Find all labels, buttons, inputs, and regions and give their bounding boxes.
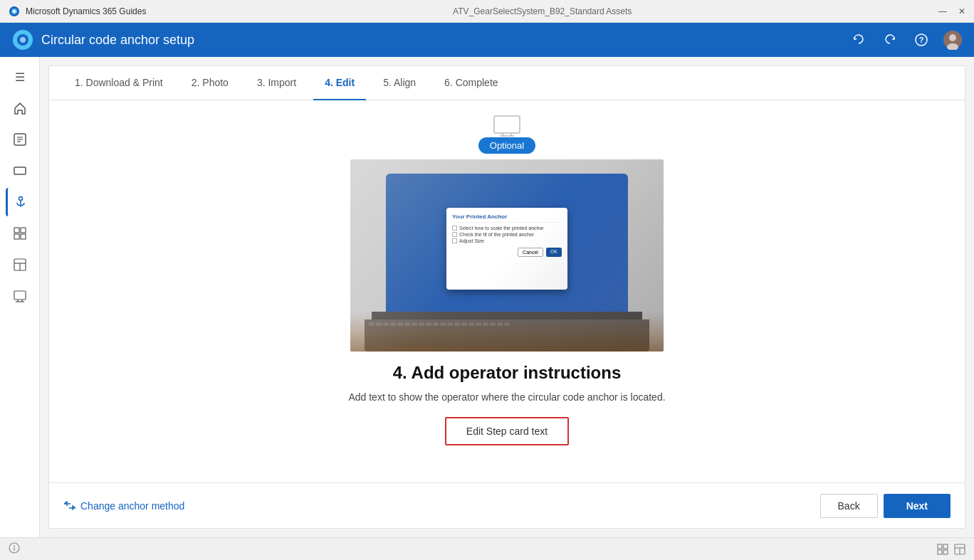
window-title: ATV_GearSelectSystem_B92_Standard Assets: [453, 6, 632, 16]
app-header-right[interactable]: ?: [849, 30, 963, 50]
app-header-left: Circular code anchor setup: [11, 28, 194, 51]
monitor-icon-area: Optional: [478, 115, 535, 157]
sidebar-item-panel[interactable]: [6, 250, 34, 279]
footer-nav: Back Next: [820, 494, 951, 518]
sidebar-item-grid[interactable]: [6, 219, 34, 248]
svg-rect-29: [494, 116, 520, 133]
title-bar-controls[interactable]: — ✕: [938, 6, 965, 16]
redo-button[interactable]: [880, 30, 900, 50]
status-grid-icon: [937, 544, 948, 555]
dialog-item-2: Check the fit of the printed anchor: [452, 232, 562, 237]
next-button[interactable]: Next: [884, 494, 951, 518]
svg-rect-39: [943, 544, 948, 549]
help-button[interactable]: ?: [911, 30, 931, 50]
status-info[interactable]: [9, 542, 20, 556]
tab-align[interactable]: 5. Align: [372, 66, 427, 100]
sidebar-item-home[interactable]: [6, 94, 34, 122]
change-anchor-icon: [63, 501, 76, 511]
back-button[interactable]: Back: [820, 494, 878, 518]
sidebar-item-step[interactable]: [6, 157, 34, 185]
svg-rect-18: [14, 228, 19, 233]
laptop-image: Your Printed Anchor Select how to scale …: [350, 159, 664, 352]
monitor-icon: [493, 115, 521, 137]
dialog-checkbox-1: [452, 226, 457, 231]
step-desc: Add text to show the operator where the …: [348, 391, 665, 403]
step-title: 4. Add operator instructions: [393, 363, 621, 383]
svg-rect-38: [938, 544, 942, 549]
laptop-screen: Your Printed Anchor Select how to scale …: [386, 174, 628, 323]
dialog-ok-btn: OK: [546, 248, 562, 257]
app-logo-icon: [9, 6, 20, 17]
footer: Change anchor method Back Next: [49, 482, 965, 528]
tab-photo[interactable]: 2. Photo: [180, 66, 240, 100]
change-anchor-label: Change anchor method: [80, 500, 184, 512]
status-icons: [937, 544, 965, 555]
tabs: 1. Download & Print 2. Photo 3. Import 4…: [49, 66, 965, 100]
guides-logo: [11, 28, 34, 51]
svg-rect-41: [943, 550, 948, 554]
title-bar: Microsoft Dynamics 365 Guides ATV_GearSe…: [0, 0, 974, 23]
status-bar: [0, 537, 974, 560]
dialog-item-3: Adjust Size: [452, 238, 562, 243]
tab-download-print[interactable]: 1. Download & Print: [63, 66, 174, 100]
dialog-item-1: Select how to scale the printed anchor: [452, 226, 562, 231]
edit-step-card-button[interactable]: Edit Step card text: [445, 417, 569, 445]
undo-button[interactable]: [849, 30, 869, 50]
app-header: Circular code anchor setup ?: [0, 23, 974, 57]
dialog-footer: Cancel OK: [452, 248, 562, 257]
svg-point-36: [14, 545, 15, 546]
svg-rect-20: [14, 234, 19, 239]
svg-rect-19: [21, 228, 26, 233]
main-layout: ☰ 1. Download & Print 2. Photo 3. Import: [0, 57, 974, 537]
dialog-cancel-btn: Cancel: [518, 248, 543, 257]
svg-rect-15: [14, 167, 26, 174]
hands-overlay: [350, 312, 664, 352]
dialog-checkbox-3: [452, 238, 457, 243]
sidebar: ☰: [0, 57, 40, 537]
svg-point-5: [20, 37, 26, 43]
svg-text:?: ?: [919, 36, 924, 44]
svg-rect-25: [14, 291, 26, 300]
close-button[interactable]: ✕: [958, 6, 965, 16]
optional-badge: Optional: [478, 137, 535, 154]
svg-rect-21: [21, 234, 26, 239]
minimize-button[interactable]: —: [938, 6, 947, 16]
sidebar-item-library[interactable]: [6, 282, 34, 310]
svg-rect-40: [938, 550, 942, 554]
app-name: Microsoft Dynamics 365 Guides: [26, 6, 146, 16]
main-content: Optional Your Printed Anchor Select how …: [49, 100, 965, 482]
status-panel-icon: [954, 544, 965, 555]
svg-point-9: [949, 34, 956, 41]
tab-import[interactable]: 3. Import: [246, 66, 308, 100]
sidebar-item-outline[interactable]: [6, 125, 34, 154]
app-header-title: Circular code anchor setup: [41, 33, 194, 48]
info-icon: [9, 542, 20, 554]
content-area: 1. Download & Print 2. Photo 3. Import 4…: [48, 65, 965, 529]
avatar[interactable]: [943, 30, 963, 50]
sidebar-item-menu[interactable]: ☰: [6, 63, 34, 91]
dialog-box: Your Printed Anchor Select how to scale …: [446, 208, 567, 290]
sidebar-item-anchor[interactable]: [6, 188, 34, 216]
dialog-title: Your Printed Anchor: [452, 213, 562, 223]
tab-edit[interactable]: 4. Edit: [313, 66, 366, 100]
svg-point-2: [13, 10, 16, 13]
svg-point-16: [19, 197, 23, 201]
title-bar-left: Microsoft Dynamics 365 Guides: [9, 6, 146, 17]
dialog-checkbox-2: [452, 232, 457, 237]
tab-complete[interactable]: 6. Complete: [433, 66, 509, 100]
change-anchor-button[interactable]: Change anchor method: [63, 500, 184, 512]
